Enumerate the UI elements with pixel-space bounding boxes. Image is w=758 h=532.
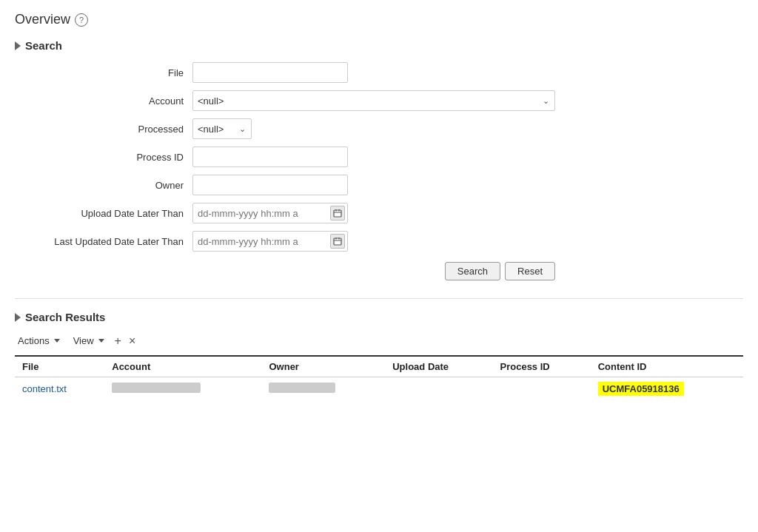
results-collapse-icon (15, 313, 21, 322)
process-id-input[interactable] (192, 147, 348, 167)
col-file: File (15, 356, 104, 377)
last-updated-wrapper (192, 231, 348, 252)
processed-select[interactable]: <null> (192, 118, 252, 139)
cell-owner (261, 377, 385, 401)
results-section-header[interactable]: Search Results (15, 311, 743, 323)
col-account: Account (104, 356, 261, 377)
results-section: Search Results Actions View + × File Acc… (15, 311, 743, 400)
help-icon[interactable]: ? (75, 13, 88, 27)
owner-label: Owner (15, 180, 192, 191)
results-section-title: Search Results (25, 311, 105, 323)
section-divider (15, 298, 743, 299)
actions-chevron-icon (54, 339, 60, 343)
upload-date-label: Upload Date Later Than (15, 208, 192, 219)
reset-button[interactable]: Reset (505, 262, 555, 280)
last-updated-calendar-icon[interactable] (330, 234, 345, 249)
col-owner: Owner (261, 356, 385, 377)
search-section-header[interactable]: Search (15, 39, 743, 52)
account-select[interactable]: <null> (192, 90, 555, 111)
file-row: File (15, 62, 743, 83)
content-id-badge: UCMFA05918136 (598, 382, 684, 396)
upload-date-calendar-icon[interactable] (330, 206, 345, 220)
view-button[interactable]: View (70, 334, 107, 348)
svg-rect-0 (334, 210, 341, 217)
upload-date-input[interactable] (192, 203, 348, 223)
file-label: File (15, 67, 192, 78)
search-section-title: Search (25, 39, 62, 52)
account-blurred (112, 383, 201, 393)
table-header: File Account Owner Upload Date Process I… (15, 356, 743, 377)
search-buttons: Search Reset (192, 262, 555, 280)
cell-account (104, 377, 261, 401)
table-row: content.txt UCMFA05918136 (15, 377, 743, 401)
col-process-id: Process ID (493, 356, 591, 377)
add-icon[interactable]: + (115, 334, 121, 348)
col-content-id: Content ID (591, 356, 743, 377)
last-updated-row: Last Updated Date Later Than (15, 231, 743, 252)
file-input[interactable] (192, 62, 348, 83)
search-button[interactable]: Search (445, 262, 500, 280)
account-row: Account <null> ⌄ (15, 90, 743, 111)
last-updated-label: Last Updated Date Later Than (15, 236, 192, 247)
cell-process-id (493, 377, 591, 401)
results-toolbar: Actions View + × (15, 334, 743, 348)
upload-date-wrapper (192, 203, 348, 223)
view-chevron-icon (98, 339, 104, 343)
last-updated-input[interactable] (192, 231, 348, 252)
account-select-wrapper: <null> ⌄ (192, 90, 555, 111)
cell-content-id: UCMFA05918136 (591, 377, 743, 401)
svg-rect-4 (334, 238, 341, 245)
title-text: Overview (15, 12, 70, 27)
cell-file: content.txt (15, 377, 104, 401)
processed-select-wrapper: <null> ⌄ (192, 118, 252, 139)
owner-input[interactable] (192, 175, 348, 195)
owner-blurred (269, 383, 335, 393)
table-body: content.txt UCMFA05918136 (15, 377, 743, 401)
results-table: File Account Owner Upload Date Process I… (15, 355, 743, 400)
account-label: Account (15, 95, 192, 107)
remove-icon[interactable]: × (129, 334, 135, 348)
collapse-icon (15, 41, 21, 50)
processed-row: Processed <null> ⌄ (15, 118, 743, 139)
page-title: Overview ? (15, 12, 743, 27)
actions-button[interactable]: Actions (15, 334, 63, 348)
owner-row: Owner (15, 175, 743, 195)
file-link[interactable]: content.txt (22, 383, 67, 394)
col-upload-date: Upload Date (385, 356, 492, 377)
upload-date-row: Upload Date Later Than (15, 203, 743, 223)
cell-upload-date (385, 377, 492, 401)
process-id-row: Process ID (15, 147, 743, 167)
actions-label: Actions (18, 335, 50, 346)
view-label: View (73, 335, 94, 346)
processed-label: Processed (15, 124, 192, 135)
search-section: Search File Account <null> ⌄ Processed <… (15, 39, 743, 280)
process-id-label: Process ID (15, 152, 192, 163)
